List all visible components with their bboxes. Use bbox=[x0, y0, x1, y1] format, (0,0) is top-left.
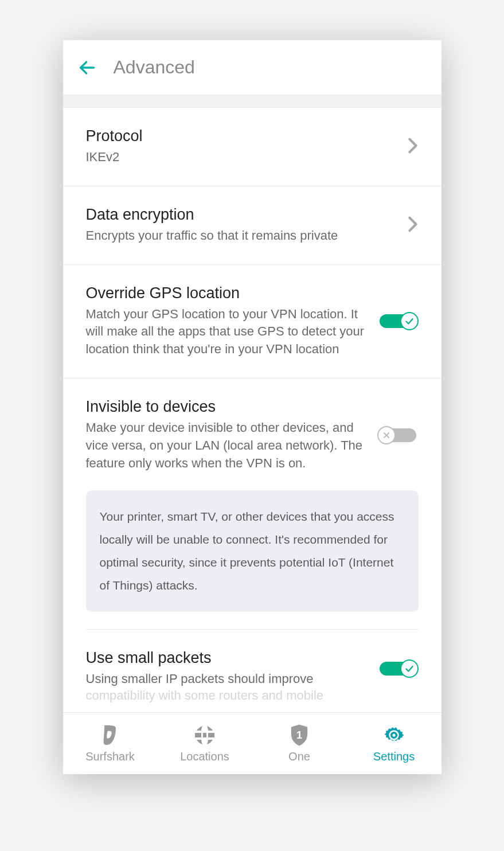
x-icon bbox=[377, 426, 396, 444]
svg-rect-4 bbox=[208, 733, 214, 737]
svg-text:1: 1 bbox=[296, 729, 302, 741]
row-override-gps: Override GPS location Match your GPS loc… bbox=[63, 265, 442, 378]
row-value: IKEv2 bbox=[86, 149, 396, 166]
row-title: Use small packets bbox=[86, 649, 366, 667]
back-arrow-icon[interactable] bbox=[77, 57, 97, 78]
row-invisible-to-devices: Invisible to devices Make your device in… bbox=[63, 378, 442, 479]
nav-label: Settings bbox=[373, 750, 415, 763]
nav-surfshark[interactable]: Surfshark bbox=[63, 713, 158, 774]
shield-one-icon: 1 bbox=[290, 724, 309, 747]
page-title: Advanced bbox=[114, 57, 195, 78]
chevron-right-icon bbox=[407, 137, 419, 157]
row-data-encryption[interactable]: Data encryption Encrypts your traffic so… bbox=[63, 186, 442, 265]
section-gap bbox=[63, 95, 442, 108]
surfshark-icon bbox=[100, 724, 120, 747]
row-subtitle: Make your device invisible to other devi… bbox=[86, 419, 366, 472]
row-title: Protocol bbox=[86, 127, 396, 145]
chevron-right-icon bbox=[407, 216, 419, 235]
row-small-packets: Use small packets Using smaller IP packe… bbox=[63, 630, 442, 688]
info-box-invisible: Your printer, smart TV, or other devices… bbox=[86, 490, 419, 612]
row-protocol[interactable]: Protocol IKEv2 bbox=[63, 108, 442, 186]
nav-one[interactable]: 1 One bbox=[252, 713, 347, 774]
gear-icon bbox=[382, 724, 406, 747]
nav-locations[interactable]: Locations bbox=[158, 713, 252, 774]
row-title: Data encryption bbox=[86, 206, 396, 224]
check-icon bbox=[400, 659, 419, 678]
settings-list: Protocol IKEv2 Data encryption Encrypts … bbox=[63, 108, 442, 712]
header-bar: Advanced bbox=[63, 40, 442, 95]
globe-icon bbox=[193, 724, 216, 747]
settings-advanced-screen: Advanced Protocol IKEv2 Data encryption … bbox=[63, 40, 442, 774]
bottom-nav: Surfshark Locations 1 One bbox=[63, 712, 442, 774]
row-subtitle: Encrypts your traffic so that it remains… bbox=[86, 227, 396, 245]
row-subtitle: Using smaller IP packets should improve bbox=[86, 670, 366, 688]
row-title: Invisible to devices bbox=[86, 398, 366, 416]
nav-label: Locations bbox=[180, 750, 229, 763]
svg-rect-3 bbox=[195, 733, 201, 737]
check-icon bbox=[400, 312, 419, 330]
nav-label: One bbox=[288, 750, 310, 763]
truncated-text: compatibility with some routers and mobi… bbox=[63, 688, 442, 703]
nav-settings[interactable]: Settings bbox=[347, 713, 442, 774]
toggle-override-gps[interactable] bbox=[377, 311, 419, 331]
row-subtitle: Match your GPS location to your VPN loca… bbox=[86, 306, 366, 358]
toggle-invisible-to-devices[interactable] bbox=[377, 425, 419, 446]
toggle-small-packets[interactable] bbox=[377, 658, 419, 679]
nav-label: Surfshark bbox=[85, 750, 135, 763]
row-title: Override GPS location bbox=[86, 284, 366, 302]
svg-rect-5 bbox=[203, 733, 206, 737]
